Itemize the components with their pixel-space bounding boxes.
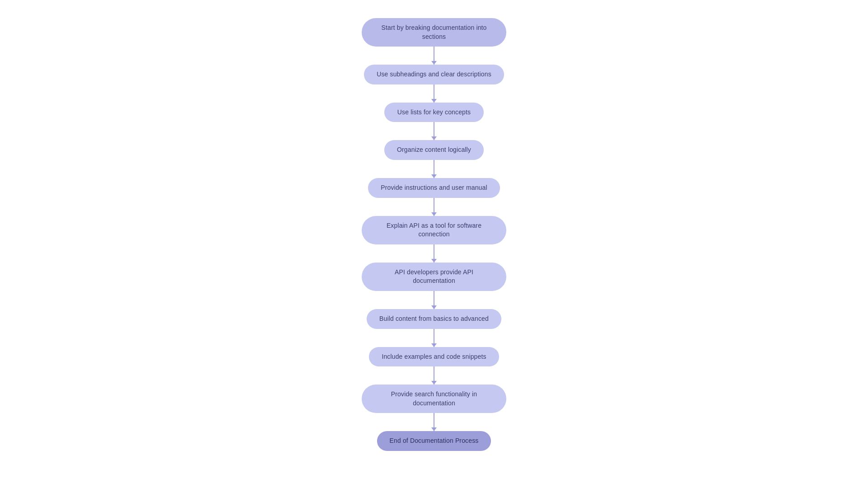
connector-9 [434,366,434,385]
connector-2 [434,84,434,103]
node-2: Use subheadings and clear descriptions [364,65,504,84]
node-7: API developers provide API documentation [362,263,506,291]
connector-8 [434,329,434,347]
connector-4 [434,160,434,178]
node-6: Explain API as a tool for software conne… [362,216,506,244]
node-8: Build content from basics to advanced [367,309,501,329]
connector-3 [434,122,434,140]
node-9: Include examples and code snippets [369,347,499,367]
node-4: Organize content logically [384,140,484,160]
node-10: Provide search functionality in document… [362,385,506,413]
node-1: Start by breaking documentation into sec… [362,18,506,47]
node-11: End of Documentation Process [377,431,491,451]
connector-6 [434,244,434,263]
connector-1 [434,47,434,65]
connector-10 [434,413,434,431]
node-3: Use lists for key concepts [384,103,484,122]
node-5: Provide instructions and user manual [368,178,500,198]
connector-5 [434,198,434,216]
flowchart: Start by breaking documentation into sec… [362,9,506,460]
connector-7 [434,291,434,309]
